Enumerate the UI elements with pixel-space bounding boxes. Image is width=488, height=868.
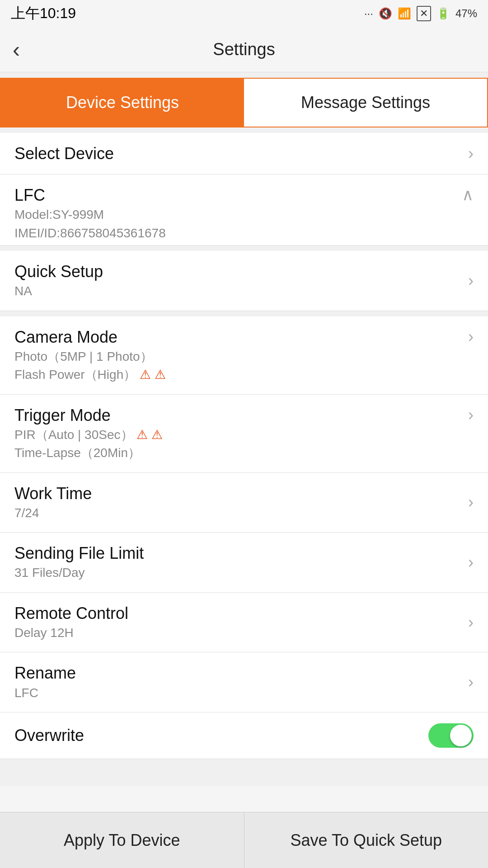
status-time: 上午10:19: [11, 4, 76, 24]
separator-2: [0, 311, 488, 316]
battery-percent: 47%: [455, 7, 477, 20]
remote-control-title: Remote Control: [14, 604, 461, 623]
rename-title: Rename: [14, 663, 461, 683]
camera-mode-sub2: Flash Power（High） ⚠ ⚠: [14, 367, 461, 383]
camera-mode-title: Camera Mode: [14, 327, 461, 347]
trigger-mode-item[interactable]: Trigger Mode PIR（Auto | 30Sec） ⚠ ⚠ Time-…: [0, 395, 488, 473]
remote-control-item[interactable]: Remote Control Delay 12H ›: [0, 593, 488, 653]
settings-list: Select Device › LFC Model:SY-999M IMEI/I…: [0, 133, 488, 812]
lfc-device-title: LFC: [14, 185, 455, 205]
lfc-collapse-arrow: ∧: [462, 185, 474, 204]
trigger-mode-sub2: Time-Lapse（20Min）: [14, 445, 461, 461]
tab-device-settings[interactable]: Device Settings: [1, 79, 244, 127]
overwrite-title: Overwrite: [14, 726, 428, 745]
warn-icon-1: ⚠: [140, 368, 151, 382]
work-time-sub: 7/24: [14, 505, 461, 521]
tab-bar: Device Settings Message Settings: [0, 78, 488, 127]
page-title: Settings: [213, 40, 275, 59]
mute-icon: 🔇: [379, 7, 392, 20]
camera-mode-arrow: ›: [468, 327, 474, 346]
bottom-bar: Apply To Device Save To Quick Setup: [0, 812, 488, 868]
dots-icon: ···: [364, 7, 373, 20]
overwrite-toggle[interactable]: [428, 723, 474, 748]
quick-setup-item[interactable]: Quick Setup NA ›: [0, 251, 488, 311]
work-time-item[interactable]: Work Time 7/24 ›: [0, 473, 488, 533]
lfc-device-item[interactable]: LFC Model:SY-999M IMEI/ID:86675804536167…: [0, 175, 488, 245]
select-device-arrow: ›: [468, 144, 474, 163]
battery-icon: 🔋: [436, 7, 450, 20]
tab-message-settings[interactable]: Message Settings: [244, 79, 487, 127]
trigger-mode-arrow: ›: [468, 406, 474, 425]
trigger-mode-sub1: PIR（Auto | 30Sec） ⚠ ⚠: [14, 427, 461, 443]
camera-mode-item[interactable]: Camera Mode Photo（5MP | 1 Photo） Flash P…: [0, 316, 488, 395]
rename-arrow: ›: [468, 673, 474, 692]
status-icons: ··· 🔇 📶 ✕ 🔋 47%: [364, 6, 477, 21]
wifi-icon: 📶: [398, 7, 411, 20]
bottom-spacer: [0, 759, 488, 786]
select-device-title: Select Device: [14, 144, 461, 163]
sim-icon: ✕: [417, 6, 431, 21]
select-device-item[interactable]: Select Device ›: [0, 133, 488, 175]
camera-mode-sub1: Photo（5MP | 1 Photo）: [14, 349, 461, 365]
rename-sub: LFC: [14, 685, 461, 701]
toggle-knob: [450, 725, 472, 746]
quick-setup-sub: NA: [14, 283, 461, 299]
remote-control-arrow: ›: [468, 613, 474, 632]
sending-file-limit-arrow: ›: [468, 553, 474, 572]
quick-setup-arrow: ›: [468, 271, 474, 290]
remote-control-sub: Delay 12H: [14, 625, 461, 641]
overwrite-item: Overwrite: [0, 712, 488, 759]
lfc-model: Model:SY-999M: [14, 207, 455, 223]
warn-icon-4: ⚠: [151, 428, 163, 442]
work-time-title: Work Time: [14, 484, 461, 503]
apply-to-device-button[interactable]: Apply To Device: [0, 812, 244, 868]
status-bar: 上午10:19 ··· 🔇 📶 ✕ 🔋 47%: [0, 0, 488, 27]
lfc-imei: IMEI/ID:866758045361678: [14, 225, 455, 241]
trigger-mode-title: Trigger Mode: [14, 406, 461, 425]
sending-file-limit-sub: 31 Files/Day: [14, 565, 461, 581]
back-button[interactable]: ‹: [13, 37, 20, 62]
work-time-arrow: ›: [468, 493, 474, 512]
quick-setup-title: Quick Setup: [14, 262, 461, 281]
save-to-quick-setup-button[interactable]: Save To Quick Setup: [244, 812, 488, 868]
sending-file-limit-title: Sending File Limit: [14, 543, 461, 563]
sending-file-limit-item[interactable]: Sending File Limit 31 Files/Day ›: [0, 533, 488, 593]
separator-top: [0, 127, 488, 133]
header: ‹ Settings: [0, 27, 488, 72]
warn-icon-2: ⚠: [155, 368, 166, 382]
rename-item[interactable]: Rename LFC ›: [0, 652, 488, 712]
warn-icon-3: ⚠: [136, 428, 148, 442]
separator-1: [0, 245, 488, 251]
